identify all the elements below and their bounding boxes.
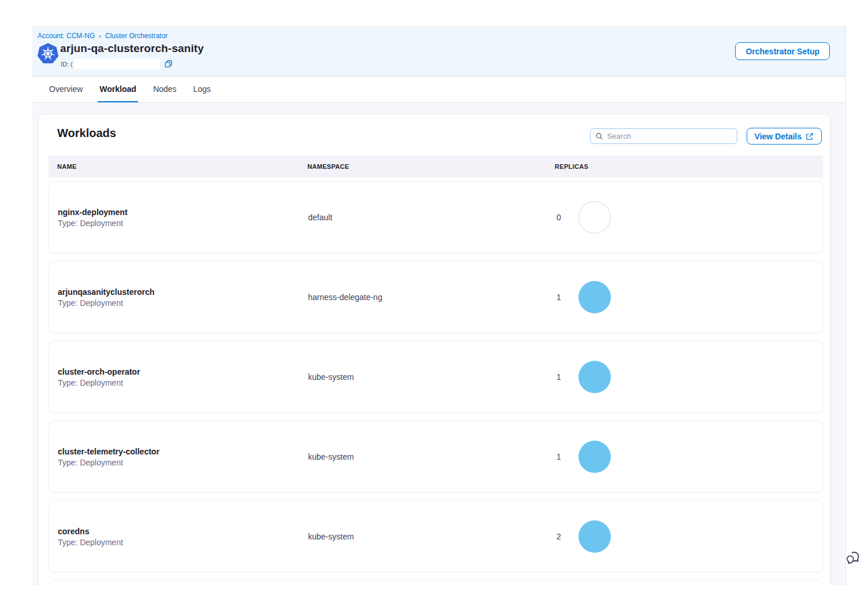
workloads-title: Workloads: [57, 127, 116, 140]
table-row[interactable]: cluster-telemetry-collector Type: Deploy…: [49, 420, 823, 493]
workload-name-cell: cluster-telemetry-collector Type: Deploy…: [58, 446, 159, 467]
view-details-button[interactable]: View Details: [747, 128, 822, 145]
replica-status-circle: [578, 441, 611, 473]
workload-replica-count: 1: [557, 293, 561, 302]
view-details-label: View Details: [755, 132, 802, 141]
cluster-id-row: ID: (: [61, 58, 173, 69]
kubernetes-logo-icon: [37, 43, 59, 65]
replica-status-circle: [578, 520, 611, 553]
tab-workload[interactable]: Workload: [98, 77, 138, 102]
page-header: Account: CCM-NG › Cluster Orchestrator a…: [32, 26, 845, 76]
workload-namespace: kube-system: [308, 452, 354, 461]
column-header-namespace: NAMESPACE: [307, 163, 349, 170]
breadcrumb-cluster-orchestrator[interactable]: Cluster Orchestrator: [105, 32, 168, 40]
workload-rows: nginx-deployment Type: Deployment defaul…: [49, 181, 823, 572]
workload-namespace: harness-delegate-ng: [308, 293, 382, 302]
table-row-partial[interactable]: [49, 580, 823, 585]
copy-icon[interactable]: [164, 60, 173, 68]
replica-status-circle: [578, 281, 611, 313]
tab-logs[interactable]: Logs: [191, 77, 212, 102]
workloads-search[interactable]: [590, 128, 737, 144]
column-header-replicas: REPLICAS: [555, 163, 588, 170]
workload-name-cell: cluster-orch-operator Type: Deployment: [58, 367, 140, 387]
replica-status-circle: [578, 201, 611, 234]
table-row[interactable]: arjunqasanityclusterorch Type: Deploymen…: [49, 261, 823, 333]
search-icon: [595, 132, 603, 140]
workload-name: nginx-deployment: [58, 207, 128, 216]
page-title: arjun-qa-clusterorch-sanity: [60, 42, 204, 55]
cluster-id-redacted: [74, 58, 159, 69]
workload-type: Type: Deployment: [58, 298, 154, 307]
tab-nodes[interactable]: Nodes: [151, 77, 178, 102]
workload-namespace: default: [308, 213, 332, 222]
workload-replica-count: 1: [557, 372, 561, 382]
tab-bar: Overview Workload Nodes Logs: [32, 77, 845, 103]
workload-name-cell: arjunqasanityclusterorch Type: Deploymen…: [58, 287, 154, 307]
breadcrumb: Account: CCM-NG › Cluster Orchestrator: [38, 32, 168, 40]
cluster-id-label: ID: (: [61, 61, 73, 68]
workload-replica-count: 2: [557, 532, 561, 541]
workloads-table: NAME NAMESPACE REPLICAS nginx-deployment…: [49, 156, 823, 585]
table-row[interactable]: cluster-orch-operator Type: Deployment k…: [49, 341, 823, 413]
chat-bubbles-icon[interactable]: [845, 549, 862, 567]
table-row[interactable]: nginx-deployment Type: Deployment defaul…: [49, 181, 823, 253]
tab-overview[interactable]: Overview: [47, 77, 84, 102]
workload-name: arjunqasanityclusterorch: [58, 287, 154, 296]
workload-type: Type: Deployment: [58, 537, 123, 546]
orchestrator-setup-button[interactable]: Orchestrator Setup: [735, 42, 830, 60]
app-frame: Account: CCM-NG › Cluster Orchestrator a…: [32, 26, 846, 585]
workload-name: cluster-orch-operator: [58, 367, 140, 376]
workloads-panel: Workloads View Details NAME NAMESPACE RE…: [38, 114, 830, 585]
workload-namespace: kube-system: [308, 532, 354, 541]
search-input[interactable]: [607, 132, 732, 140]
workload-name-cell: coredns Type: Deployment: [58, 526, 123, 546]
breadcrumb-separator-icon: ›: [99, 32, 101, 39]
workload-namespace: kube-system: [308, 372, 354, 382]
workload-type: Type: Deployment: [58, 457, 159, 467]
workload-name-cell: nginx-deployment Type: Deployment: [58, 207, 128, 227]
replica-status-circle: [578, 361, 611, 393]
workload-name: coredns: [58, 526, 123, 535]
breadcrumb-account[interactable]: Account: CCM-NG: [38, 32, 95, 40]
workload-type: Type: Deployment: [58, 378, 140, 387]
table-row[interactable]: coredns Type: Deployment kube-system 2: [49, 500, 823, 572]
table-header: NAME NAMESPACE REPLICAS: [49, 156, 823, 178]
workload-replica-count: 0: [557, 213, 561, 222]
column-header-name: NAME: [57, 163, 77, 170]
workload-replica-count: 1: [557, 452, 561, 461]
workload-type: Type: Deployment: [58, 218, 128, 227]
external-link-icon: [806, 132, 814, 140]
workload-name: cluster-telemetry-collector: [58, 446, 159, 456]
